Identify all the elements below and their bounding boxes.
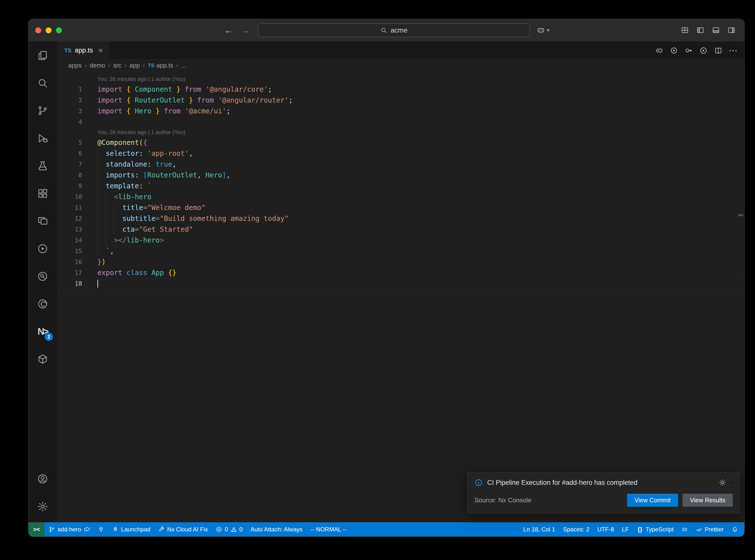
- code-line-2[interactable]: 2import { RouterOutlet } from '@angular/…: [57, 95, 744, 106]
- toggle-blame-button[interactable]: [670, 46, 678, 55]
- breadcrumb-symbol-tail[interactable]: ...: [181, 62, 186, 69]
- copilot-menu[interactable]: ▾: [536, 26, 549, 35]
- close-icon: ×: [98, 46, 103, 54]
- prettier-status[interactable]: Prettier: [692, 522, 728, 537]
- notification-close-icon[interactable]: ×: [731, 480, 733, 485]
- command-center-search[interactable]: acme: [258, 23, 530, 37]
- search-text: acme: [391, 26, 408, 34]
- run-file-button[interactable]: [699, 46, 708, 55]
- close-tab-icon[interactable]: ×: [96, 46, 103, 55]
- branch-status[interactable]: add-hero: [45, 522, 94, 537]
- activity-containers[interactable]: [28, 345, 57, 373]
- code-line-17[interactable]: 17export class App {}: [57, 267, 744, 278]
- code-line-14[interactable]: 14 ></lib-hero>: [57, 235, 744, 246]
- indentation-status[interactable]: Spaces: 2: [559, 522, 594, 537]
- language-status[interactable]: {}TypeScript: [633, 522, 677, 537]
- code-line-4[interactable]: 4: [57, 117, 744, 127]
- activity-remote-explorer[interactable]: [28, 207, 57, 235]
- code-line-3[interactable]: 3import { Hero } from '@acme/ui';: [57, 106, 744, 117]
- code-line-text: @Component({: [97, 137, 744, 148]
- open-on-remote-button[interactable]: [685, 46, 693, 55]
- launchpad-status[interactable]: Launchpad: [108, 522, 154, 537]
- plug-status[interactable]: [94, 522, 108, 537]
- open-changes-button[interactable]: [655, 46, 663, 55]
- vim-mode-status[interactable]: -- NORMAL --: [306, 522, 351, 537]
- code-line-7[interactable]: 7 standalone: true,: [57, 159, 744, 170]
- command-center: ← → acme ▾: [223, 23, 549, 37]
- blame-annotation: You, 26 minutes ago | 1 author (You): [57, 74, 744, 84]
- split-editor-button[interactable]: [714, 46, 722, 55]
- indent-guide: [106, 224, 106, 235]
- breadcrumb-item[interactable]: app: [130, 62, 140, 69]
- toggle-panel-button[interactable]: [712, 26, 720, 34]
- activity-settings[interactable]: [28, 493, 57, 520]
- eol-status[interactable]: LF: [618, 522, 633, 537]
- nx-badge: 2: [45, 333, 53, 341]
- code-line-text: cta="Get Started": [97, 224, 744, 235]
- breadcrumb-item[interactable]: apps: [68, 62, 82, 69]
- code-line-6[interactable]: 6 selector: 'app-root',: [57, 148, 744, 159]
- indent-guide: [97, 213, 98, 224]
- minimize-window-button[interactable]: [46, 27, 52, 33]
- close-window-button[interactable]: [35, 27, 41, 33]
- layout-grid-icon: [681, 26, 689, 34]
- line-number: [57, 74, 97, 84]
- activity-browser[interactable]: [28, 290, 57, 318]
- tab-app-ts[interactable]: TS app.ts ×: [57, 42, 109, 59]
- code-line-15[interactable]: 15 `,: [57, 246, 744, 257]
- cursor-position-status[interactable]: Ln 18, Col 1: [519, 522, 559, 537]
- line-number: 14: [57, 235, 97, 246]
- copilot-status[interactable]: [678, 522, 692, 537]
- toggle-secondary-sidebar-button[interactable]: [728, 26, 736, 34]
- code-line-12[interactable]: 12 subtitle="Build something amazing tod…: [57, 213, 744, 224]
- nx-cloud-ai-fix-status[interactable]: Nx Cloud AI Fix: [154, 522, 212, 537]
- problems-status[interactable]: 00: [212, 522, 246, 537]
- encoding-status[interactable]: UTF-8: [593, 522, 618, 537]
- view-results-button[interactable]: View Results: [682, 494, 733, 507]
- auto-attach-status[interactable]: Auto Attach: Always: [246, 522, 306, 537]
- activity-code-search[interactable]: [28, 262, 57, 290]
- activity-explorer[interactable]: [28, 42, 57, 69]
- beaker-icon: [37, 160, 48, 172]
- code-line-1[interactable]: 1import { Component } from '@angular/cor…: [57, 84, 744, 95]
- code-line-10[interactable]: 10 <lib-hero: [57, 192, 744, 202]
- arrow-circle-icon: [685, 46, 693, 55]
- circle-dot-icon: [670, 46, 678, 55]
- indent-guide: [97, 202, 98, 213]
- activity-source-control[interactable]: [28, 97, 57, 124]
- more-actions-button[interactable]: ⋯: [729, 46, 737, 55]
- activity-nx-console[interactable]: N>2: [28, 318, 57, 345]
- activity-live-preview[interactable]: [28, 235, 57, 262]
- history-forward-button[interactable]: →: [240, 26, 251, 35]
- code-line-11[interactable]: 11 title="Welcmoe demo": [57, 202, 744, 213]
- activity-accounts[interactable]: [28, 465, 57, 493]
- notification-settings-icon[interactable]: [719, 479, 726, 486]
- code-line-8[interactable]: 8 imports: [RouterOutlet, Hero],: [57, 170, 744, 181]
- breadcrumb-item[interactable]: src: [113, 62, 121, 69]
- window-controls: [28, 27, 62, 33]
- toggle-primary-sidebar-button[interactable]: [696, 26, 704, 34]
- ring-icon: [37, 298, 48, 309]
- braces-icon: {}: [637, 526, 643, 533]
- line-number: 11: [57, 202, 97, 213]
- code-line-18[interactable]: 18: [57, 278, 744, 289]
- view-commit-button[interactable]: View Commit: [627, 494, 678, 507]
- code-line-5[interactable]: 5@Component({: [57, 137, 744, 148]
- zoom-window-button[interactable]: [56, 27, 62, 33]
- code-line-9[interactable]: 9 template: `: [57, 181, 744, 192]
- code-line-16[interactable]: 16}): [57, 257, 744, 267]
- code-editor[interactable]: You, 26 minutes ago | 1 author (You)1imp…: [57, 71, 744, 522]
- indent-guide: [97, 246, 98, 257]
- activity-run-and-debug[interactable]: [28, 124, 57, 152]
- remote-indicator[interactable]: ><: [28, 522, 45, 537]
- activity-testing[interactable]: [28, 152, 57, 180]
- code-line-13[interactable]: 13 cta="Get Started": [57, 224, 744, 235]
- customize-layout-button[interactable]: [681, 26, 689, 34]
- activity-search[interactable]: [28, 69, 57, 97]
- activity-extensions[interactable]: [28, 180, 57, 207]
- breadcrumb-item[interactable]: demo: [90, 62, 105, 69]
- breadcrumb-file[interactable]: TSapp.ts: [148, 62, 173, 69]
- history-back-button[interactable]: ←: [223, 26, 234, 35]
- error-icon: [216, 526, 222, 533]
- notifications-bell[interactable]: [728, 522, 742, 537]
